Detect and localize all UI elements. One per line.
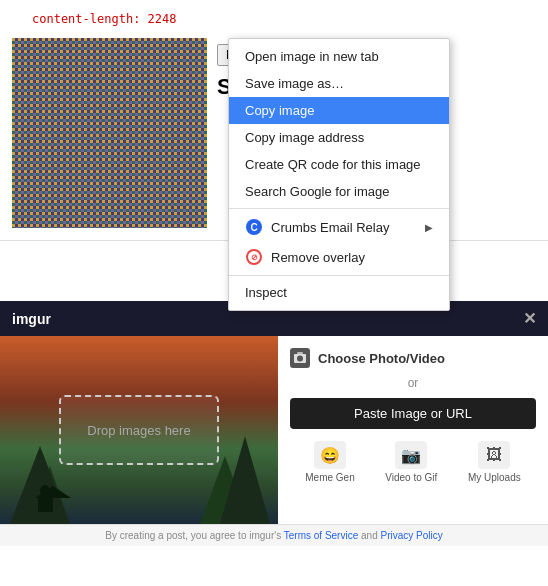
- pixel-image: [12, 38, 207, 228]
- paste-image-button[interactable]: Paste Image or URL: [290, 398, 536, 429]
- photo-icon: [290, 348, 310, 368]
- crumbs-c-icon: C: [246, 219, 262, 235]
- crumbs-relay-item[interactable]: C Crumbs Email Relay ▶: [229, 212, 449, 242]
- drop-zone[interactable]: Drop images here: [59, 395, 219, 465]
- open-new-tab-label: Open image in new tab: [245, 49, 433, 64]
- context-menu: Open image in new tab Save image as… Cop…: [228, 38, 450, 311]
- svg-rect-9: [38, 498, 53, 512]
- chevron-right-icon: ▶: [425, 222, 433, 233]
- remove-overlay-label: Remove overlay: [271, 250, 433, 265]
- remove-overlay-item[interactable]: ⊘ Remove overlay: [229, 242, 449, 272]
- copy-image-item[interactable]: Copy image: [229, 97, 449, 124]
- meme-gen-label: Meme Gen: [305, 472, 354, 483]
- imgur-upload-visual: Drop images here: [0, 336, 278, 524]
- svg-point-12: [297, 356, 303, 362]
- footer-text: By creating a post, you agree to imgur's: [105, 530, 281, 541]
- save-image-item[interactable]: Save image as…: [229, 70, 449, 97]
- camera-icon: [293, 351, 307, 365]
- or-divider: or: [290, 376, 536, 390]
- imgur-section: imgur ✕: [0, 301, 548, 546]
- imgur-body: Drop images here Choose Photo/Video or P…: [0, 336, 548, 524]
- copy-image-label: Copy image: [245, 103, 433, 118]
- choose-photo-label: Choose Photo/Video: [318, 351, 445, 366]
- copy-image-address-item[interactable]: Copy image address: [229, 124, 449, 151]
- inspect-item[interactable]: Inspect: [229, 279, 449, 306]
- search-google-item[interactable]: Search Google for image: [229, 178, 449, 205]
- my-uploads-icon: 🖼: [478, 441, 510, 469]
- copy-image-address-label: Copy image address: [245, 130, 433, 145]
- menu-separator-2: [229, 275, 449, 276]
- imgur-right-panel: Choose Photo/Video or Paste Image or URL…: [278, 336, 548, 524]
- crumbs-icon: C: [245, 218, 263, 236]
- imgur-footer: By creating a post, you agree to imgur's…: [0, 524, 548, 546]
- svg-rect-13: [297, 352, 303, 354]
- search-google-label: Search Google for image: [245, 184, 433, 199]
- video-to-gif-label: Video to Gif: [385, 472, 437, 483]
- tool-icons-row: 😄 Meme Gen 📷 Video to Gif 🖼 My Uploads: [290, 441, 536, 483]
- and-text: and: [361, 530, 378, 541]
- inspect-label: Inspect: [245, 285, 433, 300]
- drop-zone-label: Drop images here: [87, 423, 190, 438]
- meme-gen-item[interactable]: 😄 Meme Gen: [305, 441, 354, 483]
- remove-overlay-icon: ⊘: [245, 248, 263, 266]
- create-qr-label: Create QR code for this image: [245, 157, 433, 172]
- video-to-gif-icon: 📷: [395, 441, 427, 469]
- video-to-gif-item[interactable]: 📷 Video to Gif: [385, 441, 437, 483]
- privacy-link[interactable]: Privacy Policy: [380, 530, 442, 541]
- choose-photo-area: Choose Photo/Video: [290, 348, 536, 368]
- pixel-art-visual: [12, 38, 207, 228]
- code-line: content-length: 2248: [12, 8, 536, 34]
- my-uploads-label: My Uploads: [468, 472, 521, 483]
- imgur-close-button[interactable]: ✕: [523, 309, 536, 328]
- save-image-label: Save image as…: [245, 76, 433, 91]
- remove-circle-icon: ⊘: [246, 249, 262, 265]
- open-new-tab-item[interactable]: Open image in new tab: [229, 43, 449, 70]
- my-uploads-item[interactable]: 🖼 My Uploads: [468, 441, 521, 483]
- crumbs-relay-label: Crumbs Email Relay: [271, 220, 425, 235]
- meme-gen-icon: 😄: [314, 441, 346, 469]
- menu-separator-1: [229, 208, 449, 209]
- create-qr-item[interactable]: Create QR code for this image: [229, 151, 449, 178]
- imgur-brand: imgur: [12, 311, 51, 327]
- tos-link[interactable]: Terms of Service: [284, 530, 358, 541]
